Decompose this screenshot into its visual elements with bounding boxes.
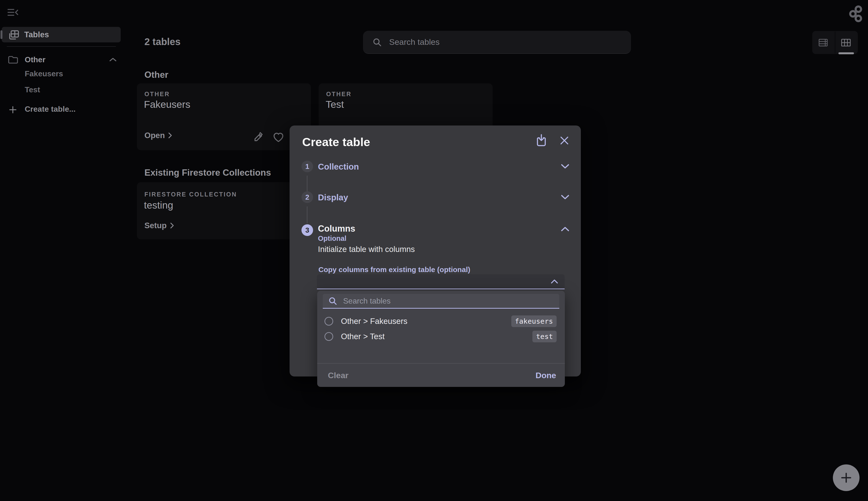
plus-icon (9, 106, 17, 114)
grid-view-active-indicator (838, 52, 854, 54)
folder-icon (8, 55, 19, 64)
edit-table-icon[interactable] (253, 132, 264, 142)
dropdown-option-test[interactable]: Other > Test test (317, 329, 565, 344)
grid-view-icon[interactable] (841, 38, 851, 47)
collapse-menu-icon (7, 8, 20, 17)
favorite-heart-icon[interactable] (273, 132, 284, 142)
copy-columns-label: Copy columns from existing table (option… (318, 266, 470, 274)
search-icon (328, 296, 337, 306)
close-icon[interactable] (559, 135, 570, 146)
radio-unchecked-icon[interactable] (325, 317, 333, 326)
clear-button[interactable]: Clear (328, 371, 348, 380)
step-1-badge: 1 (301, 161, 313, 172)
step-2-label[interactable]: Display (318, 192, 348, 203)
dropdown-search-field[interactable] (323, 294, 559, 309)
sidebar-item-tables-label: Tables (24, 27, 49, 42)
step-connector (307, 175, 307, 193)
collection-code-badge: fakeusers (511, 316, 557, 327)
chevron-up-icon (551, 279, 558, 284)
tables-icon (7, 29, 19, 41)
sidebar-create-table-button[interactable]: Create table... (25, 104, 76, 114)
sidebar-item-fakeusers[interactable]: Fakeusers (25, 69, 63, 78)
search-tables-input[interactable] (389, 37, 624, 47)
app-logo-icon[interactable] (849, 5, 862, 22)
view-toggle-divider (835, 32, 835, 54)
card-overline: OTHER (326, 90, 352, 98)
import-table-icon[interactable] (535, 134, 548, 147)
list-view-icon[interactable] (818, 38, 828, 47)
chevron-up-icon[interactable] (109, 57, 117, 62)
done-button[interactable]: Done (536, 371, 556, 380)
dropdown-option-fakeusers[interactable]: Other > Fakeusers fakeusers (317, 314, 565, 329)
plus-icon (840, 471, 853, 484)
firestore-collection-card-testing[interactable]: FIRESTORE COLLECTION testing Setup (137, 182, 311, 239)
open-table-button[interactable]: Open (145, 131, 172, 140)
setup-table-button[interactable]: Setup (145, 221, 174, 230)
tables-count-label: 2 tables (145, 36, 181, 47)
table-select-dropdown: Other > Fakeusers fakeusers Other > Test… (317, 291, 565, 387)
step-3-badge: 3 (301, 224, 313, 236)
card-title: testing (144, 200, 173, 211)
step-connector (307, 206, 307, 223)
create-table-fab[interactable] (833, 465, 859, 491)
card-title: Fakeusers (144, 99, 190, 110)
radio-unchecked-icon[interactable] (325, 332, 333, 341)
collapse-sidebar-button[interactable] (7, 8, 20, 19)
card-title: Test (326, 99, 344, 110)
card-overline: OTHER (145, 90, 170, 98)
sidebar-active-indicator (0, 30, 2, 39)
step-3-label[interactable]: Columns (318, 223, 355, 234)
copy-columns-select[interactable] (317, 274, 564, 289)
step-1-label[interactable]: Collection (318, 161, 359, 172)
step-3-optional-label: Optional (318, 235, 347, 243)
dropdown-search-input[interactable] (343, 297, 554, 306)
chevron-down-icon[interactable] (561, 164, 570, 169)
chevron-right-icon (170, 222, 174, 229)
card-overline: FIRESTORE COLLECTION (145, 191, 237, 198)
chevron-down-icon[interactable] (561, 194, 570, 200)
sidebar-group-other[interactable]: Other (25, 54, 45, 65)
step-2-badge: 2 (301, 191, 313, 203)
initialize-columns-label: Initialize table with columns (318, 245, 415, 254)
dropdown-footer: Clear Done (317, 364, 565, 387)
search-icon (372, 37, 382, 47)
collection-code-badge: test (532, 331, 557, 342)
table-card-fakeusers[interactable]: OTHER Fakeusers Open (137, 83, 311, 150)
modal-title: Create table (302, 135, 370, 149)
sidebar-item-tables[interactable] (2, 27, 121, 42)
sidebar-item-test[interactable]: Test (25, 85, 40, 95)
chevron-right-icon (168, 132, 172, 139)
chevron-up-icon[interactable] (561, 226, 570, 232)
section-title-other: Other (145, 70, 168, 80)
app-root: Tables Other Fakeusers Test Create table… (0, 0, 868, 501)
sidebar-divider (7, 46, 116, 47)
tables-search-bar[interactable] (363, 31, 631, 54)
section-title-firestore: Existing Firestore Collections (145, 168, 271, 178)
